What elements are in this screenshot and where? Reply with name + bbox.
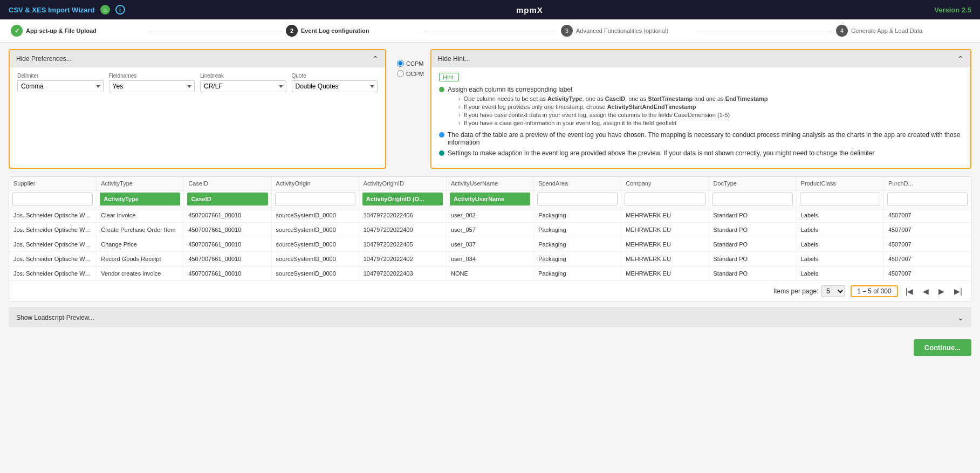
wizard-step-4[interactable]: 4 Generate App & Load Data [836,25,969,37]
footer-bar: Continue... [0,334,980,361]
cell-2-4: 104797202022405 [359,237,447,251]
loadscript-toggle-icon [957,313,964,322]
map-activityusername-select[interactable]: ActivityUserName [450,193,530,205]
preferences-header[interactable]: Hide Preferences... [10,50,385,67]
page-first-button[interactable]: |◀ [903,286,916,297]
cell-2-10: 4507007 [884,237,971,251]
chevron-icon-1: › [458,95,461,102]
cell-1-3: sourceSystemID_0000 [272,223,359,237]
map-activityoriginid[interactable]: ActivityOriginID (O... [359,190,447,208]
top-bar: CSV & XES Import Wizard ⌂ i mpmX Version… [0,0,980,19]
cell-3-4: 104797202022402 [359,252,447,266]
step-3-num: 3 [561,25,573,37]
page-last-button[interactable]: ▶| [952,286,964,297]
map-activitytype[interactable]: ActivityType [97,190,184,208]
chevron-icon-2: › [458,104,461,110]
cell-2-5: user_037 [447,237,534,251]
map-productclass[interactable] [797,190,884,208]
cell-0-7: MEHRWERK EU [621,208,709,222]
cell-1-2: 4507007661_00010 [184,223,271,237]
cell-0-9: Labels [797,208,884,222]
map-spendarea[interactable] [534,190,621,208]
cell-0-4: 104797202022406 [359,208,447,222]
home-icon[interactable]: ⌂ [100,5,110,15]
map-caseid-select[interactable]: CaseID [187,193,268,205]
quote-select[interactable]: Double Quotes [292,80,378,92]
version-label: Version 2.5 [934,6,971,14]
map-supplier[interactable] [9,190,97,208]
info-icon[interactable]: i [115,5,125,15]
fieldnames-select[interactable]: Yes [109,80,195,92]
preferences-row: Delimiter Comma Fieldnames Yes Linebreak [17,73,378,92]
cell-1-4: 104797202022400 [359,223,447,237]
cell-4-1: Vendor creates invoice [97,266,184,280]
step-line-3 [698,31,832,31]
hint-blue-dot [439,132,444,138]
table-row: Jos. Schneider Optische Werke GmbH Vendo… [9,266,971,280]
cell-1-10: 4507007 [884,223,971,237]
cell-0-1: Clear Invoice [97,208,184,222]
linebreak-field: Linebreak CR/LF [200,73,286,92]
cell-2-3: sourceSystemID_0000 [272,237,359,251]
table-scroll[interactable]: Supplier ActivityType CaseID ActivityOri… [9,177,971,280]
continue-button[interactable]: Continue... [914,339,971,356]
cell-3-0: Jos. Schneider Optische Werke GmbH [9,252,97,266]
map-doctype[interactable] [709,190,797,208]
loadscript-bar[interactable]: Show Loadscript-Preview... [9,307,971,327]
loadscript-label: Show Loadscript-Preview... [16,314,94,321]
map-activityorigin[interactable] [272,190,359,208]
page-prev-button[interactable]: ◀ [921,286,931,297]
col-header-activityoriginid: ActivityOriginID [359,177,447,190]
step-1-num: ✓ [11,25,23,37]
wizard-step-2[interactable]: 2 Event Log configuration [286,25,419,37]
ocpm-radio-input[interactable] [397,70,404,77]
page-next-button[interactable]: ▶ [936,286,947,297]
map-activityoriginid-select[interactable]: ActivityOriginID (O... [362,193,443,205]
linebreak-select[interactable]: CR/LF [200,80,286,92]
cell-2-7: MEHRWERK EU [621,237,709,251]
cell-1-7: MEHRWERK EU [621,223,709,237]
mapping-dropdown-row: ActivityType CaseID ActivityOriginID (O.… [9,190,971,208]
cell-1-6: Packaging [534,223,621,237]
map-purchd-select[interactable] [887,193,968,205]
items-per-page-select[interactable]: 5 10 20 50 [821,285,845,297]
map-company-select[interactable] [625,193,705,205]
cell-3-6: Packaging [534,252,621,266]
preferences-toggle-icon [372,54,379,63]
map-doctype-select[interactable] [712,193,793,205]
quote-label: Quote [292,73,378,79]
map-productclass-select[interactable] [800,193,880,205]
step-line-2 [423,31,557,31]
cell-3-3: sourceSystemID_0000 [272,252,359,266]
wizard-step-3[interactable]: 3 Advanced Functionalities (optional) [561,25,694,37]
ccpm-radio[interactable]: CCPM [397,60,424,67]
map-activityorigin-select[interactable] [275,193,355,205]
map-activityusername[interactable]: ActivityUserName [447,190,534,208]
cell-4-3: sourceSystemID_0000 [272,266,359,280]
hint-sub-3: › If you have case context data in your … [458,112,767,118]
map-supplier-select[interactable] [12,193,93,205]
cell-2-6: Packaging [534,237,621,251]
hint-text-3: Settings to make adaption in the event l… [448,149,875,157]
hint-header[interactable]: Hide Hint... [431,50,970,67]
map-company[interactable] [621,190,709,208]
map-spendarea-select[interactable] [537,193,618,205]
ccpm-radio-input[interactable] [397,60,404,67]
fieldnames-field: Fieldnames Yes [109,73,195,92]
ocpm-radio[interactable]: OCPM [397,70,424,77]
map-caseid[interactable]: CaseID [184,190,271,208]
delimiter-select[interactable]: Comma [17,80,104,92]
wizard-step-1[interactable]: ✓ App set-up & File Upload [11,25,144,37]
cell-2-1: Change Price [97,237,184,251]
map-activitytype-select[interactable]: ActivityType [100,193,180,205]
table-row: Jos. Schneider Optische Werke GmbH Creat… [9,223,971,237]
hint-sub-2: › If your event log provides only one ti… [458,104,767,110]
cell-3-9: Labels [797,252,884,266]
cell-0-6: Packaging [534,208,621,222]
main-content: Hide Preferences... Delimiter Comma Fiel… [0,43,980,334]
col-header-activityorigin: ActivityOrigin [272,177,359,190]
linebreak-label: Linebreak [200,73,286,79]
hint-tag: Hint: [439,73,459,81]
map-purchd[interactable] [884,190,971,208]
hint-panel: Hide Hint... Hint: Assign each column it… [430,49,971,169]
